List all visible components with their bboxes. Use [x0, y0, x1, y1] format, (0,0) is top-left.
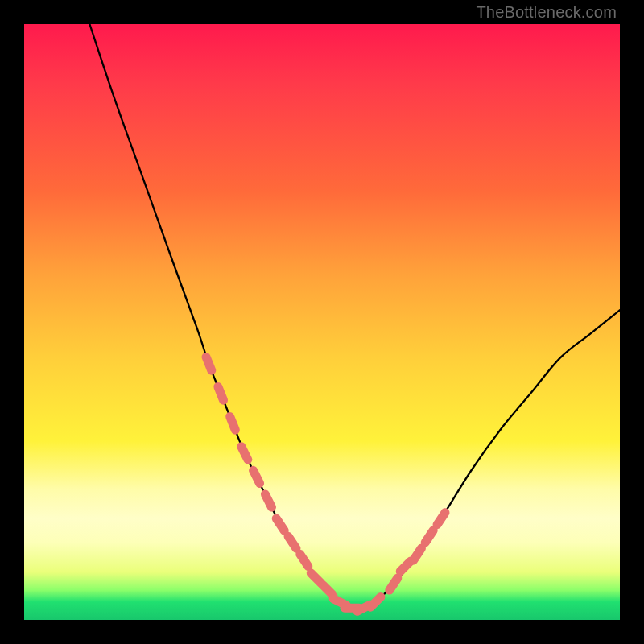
- marker-dot: [323, 585, 333, 596]
- marker-dot: [265, 494, 271, 507]
- marker-dot: [218, 386, 224, 400]
- marker-dot: [437, 513, 445, 525]
- marker-dot: [390, 578, 398, 590]
- marker-dot: [311, 573, 321, 584]
- marker-dot: [206, 357, 212, 370]
- plot-area: [24, 24, 620, 620]
- marker-dot: [425, 530, 433, 543]
- curve-layer: [24, 24, 620, 620]
- bottleneck-curve: [89, 24, 620, 609]
- marker-dot: [400, 561, 411, 572]
- marker-dot: [242, 447, 248, 460]
- marker-dot: [254, 470, 260, 483]
- curve-path-group: [89, 24, 620, 609]
- marker-layer: [206, 357, 445, 611]
- marker-dot: [230, 416, 236, 430]
- marker-dot: [300, 555, 308, 567]
- marker-dot: [276, 518, 284, 530]
- marker-dot: [413, 548, 421, 560]
- marker-dot: [370, 597, 381, 607]
- chart-frame: TheBottleneck.com: [0, 0, 644, 644]
- watermark-text: TheBottleneck.com: [476, 3, 617, 22]
- marker-dot: [288, 536, 296, 548]
